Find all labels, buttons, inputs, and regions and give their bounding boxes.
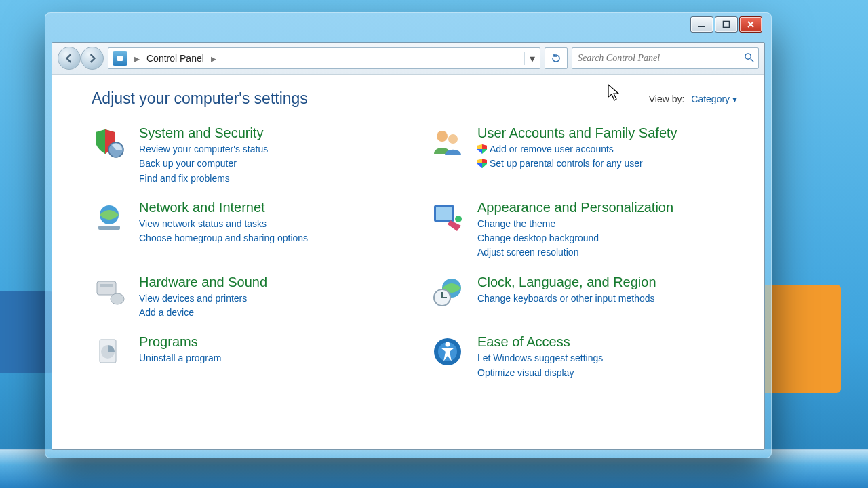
appearance-icon [430, 200, 465, 235]
forward-button[interactable] [81, 47, 104, 70]
svg-point-10 [455, 216, 462, 222]
svg-rect-11 [97, 281, 116, 295]
category-clock-language: Clock, Language, and Region Change keybo… [430, 274, 737, 320]
search-icon [744, 52, 754, 65]
back-button[interactable] [58, 47, 81, 70]
category-link[interactable]: Ease of Access [477, 334, 570, 349]
category-link[interactable]: Hardware and Sound [139, 274, 267, 289]
category-network: Network and Internet View network status… [92, 200, 399, 260]
search-input[interactable] [576, 52, 744, 64]
task-link[interactable]: Choose homegroup and sharing options [139, 231, 308, 245]
category-user-accounts: User Accounts and Family Safety Add or r… [430, 125, 737, 185]
svg-point-5 [448, 134, 458, 144]
category-system-security: System and Security Review your computer… [92, 125, 399, 185]
desktop: ▸ Control Panel ▸ ▾ Adjust [0, 0, 868, 488]
task-link[interactable]: Let Windows suggest settings [477, 351, 603, 365]
address-bar[interactable]: ▸ Control Panel ▸ ▾ [108, 47, 540, 69]
category-programs: Programs Uninstall a program [92, 334, 399, 380]
category-hardware: Hardware and Sound View devices and prin… [92, 274, 399, 320]
task-link[interactable]: Set up parental controls for any user [477, 157, 677, 170]
page-title: Adjust your computer's settings [92, 89, 308, 108]
clock-language-icon [430, 274, 465, 310]
link-list: Add or remove user accounts Set up paren… [477, 142, 677, 171]
category-link[interactable]: Network and Internet [139, 200, 265, 215]
link-list: Change keyboards or other input methods [477, 291, 656, 305]
task-link[interactable]: Back up your computer [139, 157, 268, 170]
ease-of-access-icon [430, 334, 465, 369]
programs-icon [92, 334, 127, 369]
breadcrumb-sep: ▸ [208, 52, 219, 65]
svg-point-4 [437, 131, 448, 142]
view-by-label: View by: [649, 94, 685, 104]
task-link[interactable]: Uninstall a program [139, 351, 221, 365]
category-link[interactable]: System and Security [139, 125, 263, 140]
task-link[interactable]: Review your computer's status [139, 142, 268, 156]
link-list: View network status and tasks Choose hom… [139, 217, 308, 245]
svg-point-2 [745, 53, 751, 58]
toolbar: ▸ Control Panel ▸ ▾ [52, 43, 764, 75]
close-button[interactable] [739, 16, 762, 33]
uac-shield-icon [477, 159, 487, 168]
task-link[interactable]: Add or remove user accounts [477, 142, 677, 156]
maximize-button[interactable] [715, 16, 738, 33]
control-panel-window: ▸ Control Panel ▸ ▾ Adjust [45, 12, 772, 458]
task-link[interactable]: Find and fix problems [139, 171, 268, 185]
category-link[interactable]: Appearance and Personalization [477, 200, 673, 215]
link-list: Change the theme Change desktop backgrou… [477, 217, 673, 260]
address-dropdown[interactable]: ▾ [524, 52, 540, 65]
breadcrumb-sep: ▸ [132, 52, 142, 65]
control-panel-icon [113, 51, 127, 66]
view-by-dropdown[interactable]: Category [691, 94, 737, 104]
svg-rect-1 [724, 22, 730, 28]
svg-point-20 [446, 342, 450, 347]
link-list: View devices and printers Add a device [139, 291, 267, 320]
content-area: Adjust your computer's settings View by:… [52, 75, 764, 449]
category-link[interactable]: Clock, Language, and Region [477, 274, 656, 289]
task-link[interactable]: Add a device [139, 306, 267, 319]
user-accounts-icon [430, 125, 465, 161]
task-link[interactable]: Change desktop background [477, 231, 673, 245]
task-link[interactable]: View network status and tasks [139, 217, 308, 230]
task-link[interactable]: View devices and printers [139, 291, 267, 305]
task-link[interactable]: Change keyboards or other input methods [477, 291, 656, 305]
svg-rect-9 [436, 207, 452, 220]
task-link[interactable]: Optimize visual display [477, 366, 603, 380]
category-ease-of-access: Ease of Access Let Windows suggest setti… [430, 334, 737, 380]
link-list: Review your computer's status Back up yo… [139, 142, 268, 185]
view-by: View by: Category [649, 94, 737, 104]
uac-shield-icon [477, 144, 487, 154]
svg-rect-0 [698, 26, 705, 27]
minimize-button[interactable] [690, 16, 713, 33]
task-link[interactable]: Change the theme [477, 217, 673, 230]
refresh-button[interactable] [545, 47, 568, 69]
category-link[interactable]: User Accounts and Family Safety [477, 125, 677, 140]
svg-point-13 [111, 293, 124, 304]
link-list: Let Windows suggest settings Optimize vi… [477, 351, 603, 380]
hardware-icon [92, 274, 127, 310]
breadcrumb-root[interactable]: Control Panel [142, 53, 208, 64]
svg-rect-12 [100, 284, 113, 287]
task-link[interactable]: Adjust screen resolution [477, 245, 673, 259]
search-box[interactable] [572, 47, 759, 69]
link-list: Uninstall a program [139, 351, 221, 365]
svg-rect-7 [98, 226, 120, 230]
network-icon [92, 200, 127, 235]
system-security-icon [92, 125, 127, 161]
category-link[interactable]: Programs [139, 334, 198, 349]
category-appearance: Appearance and Personalization Change th… [430, 200, 737, 260]
